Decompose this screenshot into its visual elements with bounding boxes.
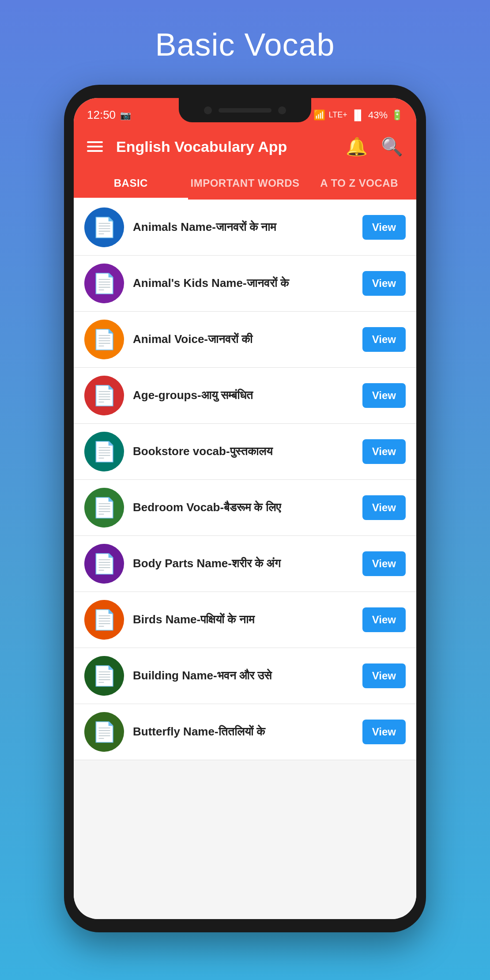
phone-screen: 12:50 📷 📶 LTE+ ▐▌ 43% 🔋 English Vocabula… xyxy=(74,98,416,919)
tab-a-to-z[interactable]: A TO Z VOCAB xyxy=(302,166,416,200)
view-button-2[interactable]: View xyxy=(362,271,406,296)
app-title: Basic Vocab xyxy=(155,26,335,63)
view-button-4[interactable]: View xyxy=(362,383,406,408)
item-icon-3: 📄 xyxy=(84,320,124,359)
item-icon-4: 📄 xyxy=(84,376,124,415)
list-item: 📄 Building Name-भवन और उसे View xyxy=(74,648,416,704)
view-button-10[interactable]: View xyxy=(362,720,406,744)
item-label-2: Animal's Kids Name-जानवरों के xyxy=(133,276,354,291)
list-item: 📄 Age-groups-आयु सम्बंधित View xyxy=(74,368,416,424)
tab-basic[interactable]: BASIC xyxy=(74,166,188,200)
document-icon: 📄 xyxy=(92,216,117,239)
item-label-9: Building Name-भवन और उसे xyxy=(133,668,354,683)
view-button-9[interactable]: View xyxy=(362,663,406,688)
list-item: 📄 Butterfly Name-तितलियों के View xyxy=(74,704,416,760)
view-button-3[interactable]: View xyxy=(362,327,406,352)
item-label-3: Animal Voice-जानवरों की xyxy=(133,332,354,347)
item-icon-8: 📄 xyxy=(84,600,124,640)
battery-icon: 🔋 xyxy=(391,109,403,121)
view-button-1[interactable]: View xyxy=(362,215,406,240)
item-icon-7: 📄 xyxy=(84,544,124,584)
speaker-bar xyxy=(219,108,271,113)
notification-bell-icon[interactable]: 🔔 xyxy=(346,136,368,157)
document-icon: 📄 xyxy=(92,272,117,295)
search-icon[interactable]: 🔍 xyxy=(381,136,403,157)
camera-dot xyxy=(204,106,212,114)
item-icon-9: 📄 xyxy=(84,656,124,696)
item-label-1: Animals Name-जानवरों के नाम xyxy=(133,220,354,235)
list-item: 📄 Bedroom Vocab-बैडरूम के लिए View xyxy=(74,480,416,536)
item-label-5: Bookstore vocab-पुस्तकालय xyxy=(133,444,354,459)
front-camera-dot xyxy=(278,106,286,114)
view-button-7[interactable]: View xyxy=(362,551,406,576)
list-item: 📄 Bookstore vocab-पुस्तकालय View xyxy=(74,424,416,480)
view-button-5[interactable]: View xyxy=(362,439,406,464)
document-icon: 📄 xyxy=(92,496,117,519)
list-item: 📄 Animal Voice-जानवरों की View xyxy=(74,312,416,368)
signal-bars-icon: ▐▌ xyxy=(351,109,365,121)
status-icons: 📶 LTE+ ▐▌ 43% 🔋 xyxy=(313,109,403,121)
item-icon-6: 📄 xyxy=(84,488,124,528)
view-button-8[interactable]: View xyxy=(362,607,406,632)
toolbar: English Vocabulary App 🔔 🔍 xyxy=(74,127,416,166)
document-icon: 📄 xyxy=(92,720,117,743)
item-label-7: Body Parts Name-शरीर के अंग xyxy=(133,556,354,571)
status-time: 12:50 📷 xyxy=(87,108,131,122)
item-icon-2: 📄 xyxy=(84,264,124,303)
list-item: 📄 Body Parts Name-शरीर के अंग View xyxy=(74,536,416,592)
document-icon: 📄 xyxy=(92,440,117,463)
item-label-4: Age-groups-आयु सम्बंधित xyxy=(133,388,354,403)
list-item: 📄 Animal's Kids Name-जानवरों के View xyxy=(74,256,416,312)
document-icon: 📄 xyxy=(92,328,117,351)
list-item: 📄 Animals Name-जानवरों के नाम View xyxy=(74,200,416,256)
tabs-container: BASIC IMPORTANT WORDS A TO Z VOCAB xyxy=(74,166,416,200)
document-icon: 📄 xyxy=(92,384,117,407)
document-icon: 📄 xyxy=(92,552,117,575)
tab-important-words[interactable]: IMPORTANT WORDS xyxy=(188,166,302,200)
toolbar-title: English Vocabulary App xyxy=(116,138,337,155)
vocab-list: 📄 Animals Name-जानवरों के नाम View 📄 Ani… xyxy=(74,200,416,919)
signal-label: LTE+ xyxy=(329,110,347,120)
view-button-6[interactable]: View xyxy=(362,495,406,520)
phone-notch xyxy=(179,98,311,122)
document-icon: 📄 xyxy=(92,608,117,631)
item-label-6: Bedroom Vocab-बैडरूम के लिए xyxy=(133,500,354,515)
list-item: 📄 Birds Name-पक्षियों के नाम View xyxy=(74,592,416,648)
phone-frame: 12:50 📷 📶 LTE+ ▐▌ 43% 🔋 English Vocabula… xyxy=(64,85,426,932)
item-label-8: Birds Name-पक्षियों के नाम xyxy=(133,612,354,627)
status-camera-icon: 📷 xyxy=(120,110,131,121)
item-label-10: Butterfly Name-तितलियों के xyxy=(133,724,354,739)
battery-level: 43% xyxy=(368,109,388,121)
document-icon: 📄 xyxy=(92,664,117,687)
wifi-icon: 📶 xyxy=(313,109,325,121)
menu-button[interactable] xyxy=(87,141,103,152)
item-icon-10: 📄 xyxy=(84,712,124,752)
item-icon-5: 📄 xyxy=(84,432,124,471)
item-icon-1: 📄 xyxy=(84,207,124,247)
